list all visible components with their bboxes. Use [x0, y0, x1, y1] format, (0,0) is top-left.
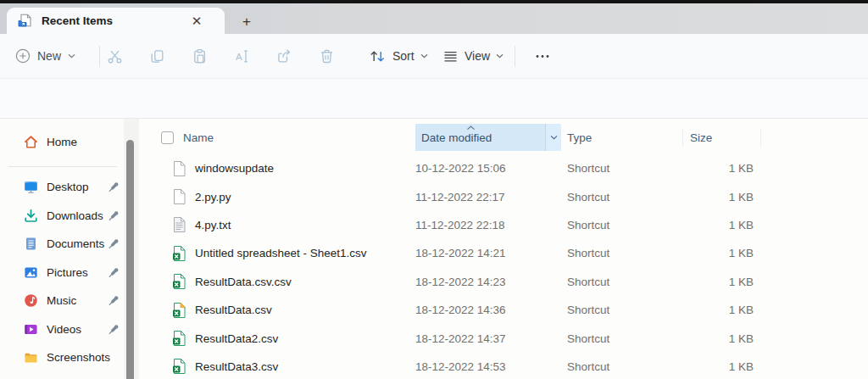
- sidebar-item-documents[interactable]: Documents: [0, 230, 124, 259]
- file-type: Shortcut: [561, 276, 683, 288]
- column-header-label: Size: [690, 131, 712, 144]
- delete-button[interactable]: [305, 34, 348, 78]
- column-headers: Name Date modified Type Size: [139, 124, 868, 151]
- file-type: Shortcut: [561, 304, 683, 316]
- file-date: 11-12-2022 22:17: [415, 191, 561, 203]
- file-name: windowsupdate: [195, 162, 274, 175]
- sidebar-item-downloads[interactable]: Downloads: [0, 202, 124, 231]
- copy-button[interactable]: [136, 34, 178, 78]
- file-size: 1 KB: [683, 276, 761, 288]
- column-header-label: Name: [183, 131, 214, 144]
- column-header-size[interactable]: Size: [683, 128, 761, 147]
- desktop-icon: [24, 180, 38, 194]
- column-header-name[interactable]: Name: [139, 124, 415, 151]
- pin-icon: [108, 237, 120, 250]
- file-size: 1 KB: [683, 191, 761, 203]
- share-button[interactable]: [263, 34, 305, 78]
- sidebar-item-label: Downloads: [47, 209, 103, 222]
- chevron-down-icon: [420, 53, 428, 59]
- table-row[interactable]: Untitled spreadsheet - Sheet1.csv 18-12-…: [139, 239, 868, 267]
- sidebar-scrollbar-track[interactable]: [124, 119, 139, 379]
- chevron-down-icon: [550, 135, 558, 140]
- date-filter-dropdown[interactable]: [545, 124, 561, 151]
- sidebar-item-label: Home: [47, 136, 77, 148]
- file-rows: windowsupdate 10-12-2022 15:06 Shortcut …: [139, 154, 868, 379]
- file-size: 1 KB: [683, 332, 761, 345]
- rename-button[interactable]: A: [220, 34, 263, 78]
- file-explorer-window: Recent Items ✕ + New: [0, 0, 868, 379]
- cut-button[interactable]: [93, 34, 136, 78]
- file-date: 18-12-2022 14:23: [415, 276, 561, 288]
- sidebar-item-label: Music: [47, 294, 76, 307]
- chevron-down-icon: [496, 53, 504, 59]
- copy-icon: [149, 48, 165, 64]
- new-tab-button[interactable]: +: [236, 12, 258, 32]
- sidebar-item-label: Screenshots: [47, 351, 110, 364]
- file-date: 18-12-2022 14:53: [415, 360, 561, 373]
- table-row[interactable]: ResultData.csv.csv 18-12-2022 14:23 Shor…: [139, 268, 868, 296]
- new-button[interactable]: New: [15, 34, 75, 78]
- file-list: Name Date modified Type Size: [139, 119, 868, 379]
- sidebar-item-music[interactable]: Music: [0, 287, 124, 315]
- column-header-date-modified[interactable]: Date modified: [415, 124, 561, 151]
- address-row: › This PC › Windows (C:) › Users › pawan…: [0, 79, 868, 119]
- sidebar-item-pictures[interactable]: Pictures: [0, 259, 124, 287]
- table-row[interactable]: windowsupdate 10-12-2022 15:06 Shortcut …: [139, 154, 868, 182]
- file-size: 1 KB: [683, 360, 761, 373]
- text-file-icon: [172, 216, 186, 233]
- file-date: 11-12-2022 22:18: [415, 219, 561, 231]
- file-name: Untitled spreadsheet - Sheet1.csv: [195, 247, 367, 259]
- sort-ascending-icon: [466, 125, 476, 131]
- file-type: Shortcut: [561, 219, 683, 231]
- file-size: 1 KB: [683, 219, 761, 231]
- sidebar-item-desktop[interactable]: Desktop: [0, 173, 124, 202]
- sidebar-divider: [8, 166, 117, 167]
- chevron-down-icon: [68, 53, 75, 59]
- plus-circle-icon: [15, 48, 31, 64]
- trash-icon: [319, 48, 335, 64]
- file-name: 2.py.py: [195, 191, 231, 203]
- file-date: 18-12-2022 14:36: [415, 304, 561, 316]
- toolbar-divider: [515, 46, 515, 67]
- file-name: ResultData2.csv: [195, 332, 278, 345]
- sidebar-item-videos[interactable]: Videos: [0, 315, 124, 344]
- table-row[interactable]: ResultData2.csv 18-12-2022 14:37 Shortcu…: [139, 324, 868, 352]
- pin-icon: [108, 181, 120, 193]
- pin-icon: [108, 294, 120, 307]
- sidebar-item-label: Desktop: [47, 181, 89, 193]
- file-size: 1 KB: [683, 304, 761, 316]
- blank-file-icon: [172, 160, 186, 177]
- paste-button[interactable]: [178, 34, 220, 78]
- share-icon: [276, 48, 292, 64]
- view-label: View: [465, 49, 490, 63]
- tab-close-icon[interactable]: ✕: [186, 12, 208, 31]
- videos-icon: [24, 322, 38, 337]
- file-name: ResultData.csv.csv: [195, 276, 292, 288]
- paste-icon: [192, 48, 208, 64]
- sort-button[interactable]: Sort: [369, 34, 428, 78]
- table-row[interactable]: 2.py.py 11-12-2022 22:17 Shortcut 1 KB: [139, 182, 868, 210]
- folder-icon: [24, 350, 38, 365]
- sidebar-item-label: Pictures: [47, 266, 88, 279]
- pin-icon: [108, 323, 120, 336]
- tab-recent-items[interactable]: Recent Items ✕: [7, 8, 225, 34]
- pin-icon: [108, 209, 120, 222]
- view-button[interactable]: View: [442, 34, 504, 78]
- table-row[interactable]: 4.py.txt 11-12-2022 22:18 Shortcut 1 KB: [139, 211, 868, 239]
- file-size: 1 KB: [683, 162, 761, 175]
- documents-icon: [24, 237, 38, 251]
- file-type: Shortcut: [561, 247, 683, 259]
- select-all-checkbox[interactable]: [161, 131, 174, 144]
- more-options-button[interactable]: [524, 34, 561, 78]
- table-row[interactable]: ResultData3.csv 18-12-2022 14:53 Shortcu…: [139, 353, 868, 379]
- column-header-label: Date modified: [421, 131, 492, 144]
- column-header-type[interactable]: Type: [561, 128, 683, 147]
- column-header-label: Type: [567, 131, 592, 144]
- file-type: Shortcut: [561, 162, 683, 175]
- sidebar-item-home[interactable]: Home: [24, 129, 124, 154]
- csv-file-icon: [172, 273, 186, 290]
- sidebar-scrollbar-thumb[interactable]: [126, 140, 134, 379]
- sidebar-item-label: Documents: [47, 237, 104, 250]
- sidebar-item-screenshots[interactable]: Screenshots: [0, 343, 124, 372]
- table-row[interactable]: ResultData.csv 18-12-2022 14:36 Shortcut…: [139, 296, 868, 324]
